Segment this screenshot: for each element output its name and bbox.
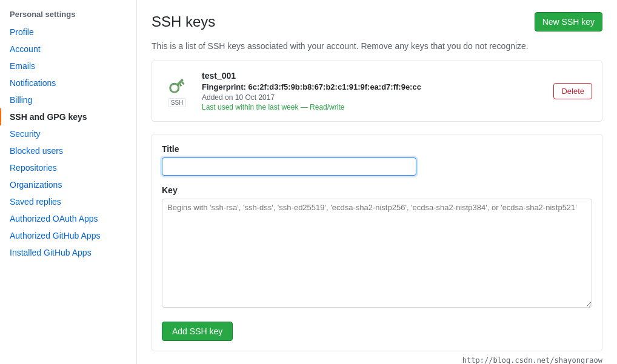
ssh-key-card: SSH test_001 Fingerprint: 6c:2f:d3:f5:9b… xyxy=(152,61,602,122)
sidebar-header: Personal settings xyxy=(0,0,136,24)
sidebar-item-emails[interactable]: Emails xyxy=(0,58,136,74)
key-field-group: Key xyxy=(162,185,592,309)
sidebar-nav: ProfileAccountEmailsNotificationsBilling… xyxy=(0,24,136,261)
sidebar-item-authorized-github-apps[interactable]: Authorized GitHub Apps xyxy=(0,227,136,244)
sidebar-item-profile[interactable]: Profile xyxy=(0,24,136,41)
ssh-key-fingerprint: Fingerprint: 6c:2f:d3:f5:9b:b8:67:b2:c1:… xyxy=(202,82,553,91)
sidebar-item-installed-github-apps[interactable]: Installed GitHub Apps xyxy=(0,244,136,261)
main-content: SSH keys New SSH key This is a list of S… xyxy=(137,0,617,364)
ssh-key-name: test_001 xyxy=(202,71,553,81)
watermark: http://blog.csdn.net/shayongraow xyxy=(152,356,602,364)
new-ssh-key-button[interactable]: New SSH key xyxy=(535,12,602,31)
sidebar-item-ssh-gpg-keys[interactable]: SSH and GPG keys xyxy=(0,108,136,125)
ssh-icon-box: SSH xyxy=(162,76,192,107)
fingerprint-value: 6c:2f:d3:f5:9b:b8:67:b2:c1:91:9f:ea:d7:f… xyxy=(248,82,421,91)
delete-key-button[interactable]: Delete xyxy=(553,83,592,99)
info-text: This is a list of SSH keys associated wi… xyxy=(152,41,602,51)
sidebar: Personal settings ProfileAccountEmailsNo… xyxy=(0,0,137,364)
key-label: Key xyxy=(162,185,592,195)
page-title: SSH keys xyxy=(152,13,215,30)
sidebar-item-saved-replies[interactable]: Saved replies xyxy=(0,193,136,210)
title-label: Title xyxy=(162,144,592,154)
sidebar-item-billing[interactable]: Billing xyxy=(0,91,136,108)
sidebar-item-security[interactable]: Security xyxy=(0,125,136,142)
add-ssh-key-form: Title Key Add SSH key xyxy=(152,134,602,351)
ssh-label: SSH xyxy=(168,98,187,107)
ssh-key-info: test_001 Fingerprint: 6c:2f:d3:f5:9b:b8:… xyxy=(202,71,553,111)
sidebar-item-organizations[interactable]: Organizations xyxy=(0,176,136,193)
sidebar-item-repositories[interactable]: Repositories xyxy=(0,159,136,176)
add-ssh-key-button[interactable]: Add SSH key xyxy=(162,322,233,341)
title-input[interactable] xyxy=(162,157,416,176)
title-field-group: Title xyxy=(162,144,592,176)
page-header: SSH keys New SSH key xyxy=(152,12,602,31)
sidebar-item-authorized-oauth-apps[interactable]: Authorized OAuth Apps xyxy=(0,210,136,227)
key-textarea[interactable] xyxy=(162,199,592,308)
sidebar-item-blocked-users[interactable]: Blocked users xyxy=(0,142,136,159)
sidebar-item-notifications[interactable]: Notifications xyxy=(0,74,136,91)
sidebar-item-account[interactable]: Account xyxy=(0,41,136,58)
ssh-key-last-used: Last used within the last week — Read/wr… xyxy=(202,103,553,111)
ssh-key-added: Added on 10 Oct 2017 xyxy=(202,93,553,102)
key-icon xyxy=(162,76,192,97)
fingerprint-label: Fingerprint: xyxy=(202,82,246,91)
